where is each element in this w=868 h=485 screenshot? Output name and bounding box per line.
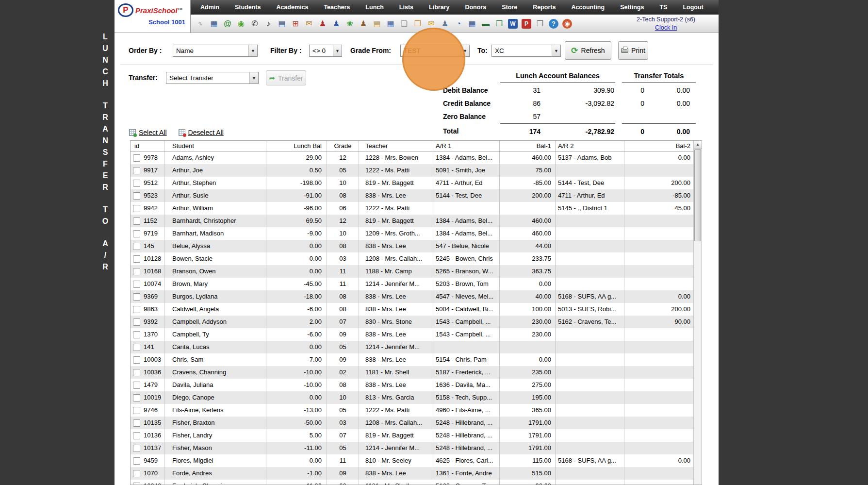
help-icon[interactable]: ?: [549, 19, 558, 29]
folder-icon[interactable]: ❒: [413, 19, 423, 29]
chat-icon[interactable]: ◉: [236, 19, 246, 29]
nav-item-ts[interactable]: TS: [654, 4, 673, 11]
nav-item-library[interactable]: Library: [423, 4, 455, 11]
student-row[interactable]: 1370Campbell, Ty-6.0009838 - Mrs. Lee154…: [131, 328, 702, 341]
row-checkbox[interactable]: [133, 306, 140, 313]
transfer-select[interactable]: Select Transfer ▼: [166, 72, 259, 84]
table-scrollbar[interactable]: ▲: [693, 141, 702, 485]
filter-by-select[interactable]: <> 0 ▼: [309, 45, 342, 57]
row-checkbox[interactable]: [133, 255, 140, 263]
document-icon[interactable]: ❏: [399, 19, 409, 29]
nav-item-students[interactable]: Students: [229, 4, 266, 11]
student-row[interactable]: 10168Branson, Owen0.00111188 - Mr. Camp5…: [131, 265, 702, 278]
group-icon[interactable]: ♟: [440, 19, 450, 29]
refresh-button[interactable]: ⟳ Refresh: [565, 41, 611, 60]
row-checkbox[interactable]: [133, 419, 140, 427]
row-checkbox[interactable]: [133, 394, 140, 401]
column-header-teacher[interactable]: Teacher: [359, 141, 433, 151]
nav-item-admin[interactable]: Admin: [195, 4, 225, 11]
row-checkbox[interactable]: [133, 230, 140, 237]
student-row[interactable]: 9863Caldwell, Angela-6.0008838 - Mrs. Le…: [131, 303, 702, 316]
card-icon[interactable]: ▬: [481, 19, 491, 29]
row-checkbox[interactable]: [133, 281, 140, 288]
student-row[interactable]: 10040Frederick, Channing-11.00021181 - M…: [131, 480, 702, 485]
teacher-icon[interactable]: ♟: [331, 19, 341, 29]
row-checkbox[interactable]: [133, 483, 140, 485]
deselect-all-link[interactable]: Deselect All: [188, 129, 224, 136]
row-checkbox[interactable]: [133, 344, 140, 351]
student-icon[interactable]: ♟: [318, 19, 328, 29]
calculator-icon[interactable]: ▦: [209, 19, 219, 29]
schedule-icon[interactable]: ▤: [277, 19, 287, 29]
student-row[interactable]: 9523Arthur, Susie-91.0008838 - Mrs. Lee5…: [131, 189, 702, 202]
nav-item-store[interactable]: Store: [496, 4, 523, 11]
nav-item-accounting[interactable]: Accounting: [565, 4, 610, 11]
notes-icon[interactable]: ▤: [372, 19, 382, 29]
nav-item-settings[interactable]: Settings: [614, 4, 650, 11]
nav-item-logout[interactable]: Logout: [677, 4, 709, 11]
student-row[interactable]: 10128Bowen, Stacie0.00031208 - Mrs. Call…: [131, 252, 702, 265]
student-row[interactable]: 9512Arthur, Stephen-198.0010819 - Mr. Ba…: [131, 177, 702, 189]
row-checkbox[interactable]: [133, 268, 140, 275]
scroll-up-arrow-icon[interactable]: ▲: [694, 141, 702, 149]
nav-item-lists[interactable]: Lists: [393, 4, 419, 11]
student-row[interactable]: 10003Chris, Sam-7.0009838 - Mrs. Lee5154…: [131, 353, 702, 366]
row-checkbox[interactable]: [133, 243, 140, 250]
student-row[interactable]: 10036Cravens, Channing-10.00021181 - Mr.…: [131, 366, 702, 379]
deselect-all[interactable]: Deselect All: [179, 129, 224, 136]
student-row[interactable]: 10074Brown, Mary-45.00111214 - Jennifer …: [131, 278, 702, 290]
row-checkbox[interactable]: [133, 154, 140, 162]
student-row[interactable]: 10137Fisher, Mason-11.00051214 - Jennife…: [131, 442, 702, 454]
mobile-phone-icon[interactable]: ✆: [250, 19, 260, 29]
nav-item-teachers[interactable]: Teachers: [318, 4, 356, 11]
student-row[interactable]: 9369Burgos, Lydiana-18.0008838 - Mrs. Le…: [131, 290, 702, 303]
print-button[interactable]: Print: [618, 41, 648, 60]
plant-icon[interactable]: ❀: [345, 19, 355, 29]
row-checkbox[interactable]: [133, 293, 140, 301]
nav-item-reports[interactable]: Reports: [527, 4, 561, 11]
table-icon[interactable]: ▦: [467, 19, 477, 29]
email-at-icon[interactable]: @: [223, 19, 232, 29]
order-by-select[interactable]: Name ▼: [173, 45, 258, 57]
row-checkbox[interactable]: [133, 445, 140, 452]
grade-to-select[interactable]: XC ▼: [491, 45, 561, 57]
row-checkbox[interactable]: [133, 331, 140, 338]
row-checkbox[interactable]: [133, 318, 140, 326]
student-row[interactable]: 1070Forde, Andres-1.0009838 - Mrs. Lee13…: [131, 467, 702, 480]
nav-item-academics[interactable]: Academics: [270, 4, 314, 11]
student-row[interactable]: 9459Flores, Migdiel0.0011810 - Mr. Seele…: [131, 454, 702, 467]
row-checkbox[interactable]: [133, 369, 140, 376]
search-icon[interactable]: ♀: [194, 17, 207, 31]
row-checkbox[interactable]: [133, 356, 140, 364]
student-row[interactable]: 141Carita, Lucas0.00051214 - Jennifer M.…: [131, 341, 702, 353]
nw-icon[interactable]: W: [508, 19, 518, 29]
clock-in-link[interactable]: Clock In: [655, 24, 677, 31]
select-all-link[interactable]: Select All: [139, 129, 167, 136]
nav-item-donors[interactable]: Donors: [459, 4, 492, 11]
student-row[interactable]: 145Belue, Alyssa0.0008838 - Mrs. Lee547 …: [131, 240, 702, 252]
student-row[interactable]: 1479Davila, Juliana-10.0008838 - Mrs. Le…: [131, 379, 702, 391]
printer-gray-icon[interactable]: ❒: [535, 19, 545, 29]
calculator2-icon[interactable]: ▦: [386, 19, 395, 29]
student-row[interactable]: 9942Arthur, William-96.00061222 - Ms. Pa…: [131, 202, 702, 215]
scroll-thumb[interactable]: [694, 149, 701, 241]
row-checkbox[interactable]: [133, 382, 140, 389]
fax-icon[interactable]: ✉: [304, 19, 314, 29]
student-row[interactable]: 10136Fisher, Landry5.0007819 - Mr. Bagge…: [131, 429, 702, 442]
row-checkbox[interactable]: [133, 180, 140, 187]
clock-icon[interactable]: ◔: [454, 19, 463, 29]
column-header-grade[interactable]: Grade: [327, 141, 359, 151]
column-header-bal-1[interactable]: Bal-1: [500, 141, 556, 151]
mail-send-icon[interactable]: ✉: [426, 19, 436, 29]
student-row[interactable]: 9978Adams, Ashley29.00121228 - Mrs. Bowe…: [131, 151, 702, 164]
row-checkbox[interactable]: [133, 205, 140, 212]
calendar-icon[interactable]: ⊞: [291, 19, 300, 29]
column-header-student[interactable]: Student: [164, 141, 266, 151]
student-row[interactable]: 10135Fisher, Braxton-50.00031208 - Mrs. …: [131, 417, 702, 429]
column-header-id[interactable]: id: [131, 141, 164, 151]
row-checkbox[interactable]: [133, 457, 140, 465]
student-row[interactable]: 9719Barnhart, Madison-9.00101209 - Mrs. …: [131, 227, 702, 240]
select-all[interactable]: Select All: [129, 129, 167, 136]
student-row[interactable]: 10019Diego, Canope0.0010813 - Mrs. Garci…: [131, 391, 702, 404]
row-checkbox[interactable]: [133, 167, 140, 174]
